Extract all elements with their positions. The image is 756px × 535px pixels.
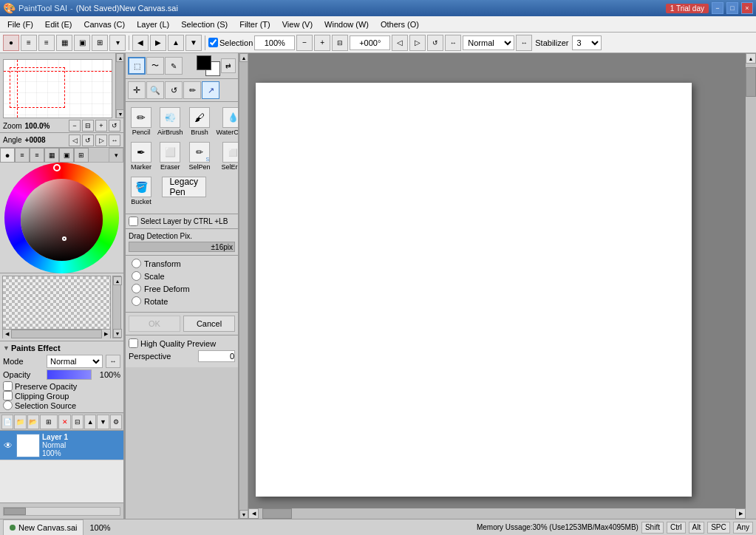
menu-window[interactable]: Window (W) bbox=[319, 18, 375, 30]
selpen-tool[interactable]: ✏S SelPen bbox=[187, 140, 213, 173]
blend-mode-select[interactable]: Normal bbox=[463, 35, 514, 50]
preserve-opacity-cb[interactable] bbox=[3, 381, 13, 391]
move-down-btn[interactable]: ▼ bbox=[97, 415, 109, 429]
spc-key-btn[interactable]: SPC bbox=[707, 522, 730, 534]
move-tool-btn[interactable]: ✛ bbox=[128, 81, 146, 99]
color-tab-rgb[interactable]: ≡ bbox=[30, 148, 44, 163]
high-quality-cb[interactable] bbox=[129, 338, 138, 348]
selection-source-radio[interactable] bbox=[3, 401, 13, 410]
paints-expand-icon[interactable]: ▼ bbox=[3, 344, 10, 352]
blend-mode-arrows[interactable]: ↔ bbox=[516, 35, 532, 51]
nav-right-btn[interactable]: ▶ bbox=[150, 35, 166, 51]
left-scroll-thumb[interactable] bbox=[4, 508, 26, 515]
color-tab-hsv[interactable]: ≡ bbox=[15, 148, 30, 163]
drag-detection-bar[interactable]: ±16pix bbox=[129, 242, 235, 252]
legacy-pen-tool[interactable]: LegacyPen bbox=[155, 174, 213, 208]
rotation-plus-btn[interactable]: ▷ bbox=[409, 35, 426, 51]
color-tab-extra[interactable]: ⊞ bbox=[74, 148, 89, 163]
delete-layer-btn[interactable]: ✕ bbox=[58, 415, 70, 429]
layer-item[interactable]: 👁 Layer 1 Normal 100% bbox=[0, 431, 123, 460]
color-swatch-btn[interactable]: ▣ bbox=[74, 35, 90, 51]
close-button[interactable]: × bbox=[741, 2, 753, 14]
selection-checkbox-label[interactable]: Selection bbox=[208, 38, 253, 47]
menu-edit[interactable]: Edit (E) bbox=[39, 18, 78, 30]
watercolor-tool[interactable]: 💧 WaterColor bbox=[214, 105, 239, 138]
layer-eye-icon[interactable]: 👁 bbox=[2, 440, 14, 451]
fg-color-swatch[interactable] bbox=[197, 55, 211, 70]
perspective-input[interactable] bbox=[198, 350, 235, 362]
color-dropper-btn[interactable]: ⊞ bbox=[92, 35, 108, 51]
zoom-plus-nav[interactable]: + bbox=[95, 120, 107, 132]
any-key-btn[interactable]: Any bbox=[733, 522, 753, 534]
canvas-scroll-left[interactable]: ◀ bbox=[248, 508, 259, 519]
layer-settings-btn[interactable]: ⚙ bbox=[110, 415, 122, 429]
menu-filter[interactable]: Filter (T) bbox=[234, 18, 276, 30]
thumb-scroll-up[interactable]: ▲ bbox=[113, 276, 122, 285]
scale-radio[interactable] bbox=[132, 271, 141, 281]
angle-reset-nav[interactable]: ↺ bbox=[82, 134, 94, 146]
angle-minus-nav[interactable]: ◁ bbox=[69, 134, 81, 146]
canvas-scroll-v-thumb[interactable] bbox=[746, 67, 756, 97]
color-palette-btn[interactable]: ▦ bbox=[56, 35, 72, 51]
color-rgb-btn[interactable]: ≡ bbox=[38, 35, 55, 51]
color-tab-dropdown[interactable]: ▾ bbox=[109, 148, 123, 163]
zoom-minus-btn[interactable]: − bbox=[296, 35, 313, 51]
selection-checkbox[interactable] bbox=[208, 38, 218, 47]
rotation-reset-btn[interactable]: ↺ bbox=[427, 35, 443, 51]
color-tab-swatches[interactable]: ▣ bbox=[59, 148, 74, 163]
thumb-scroll-down[interactable]: ▼ bbox=[113, 329, 122, 338]
color-tab-wheel[interactable]: ● bbox=[0, 148, 15, 163]
transform-radio[interactable] bbox=[132, 259, 141, 268]
bucket-tool[interactable]: 🪣 Bucket bbox=[129, 174, 154, 208]
angle-flip-nav[interactable]: ↔ bbox=[109, 134, 120, 146]
fit-canvas-btn[interactable]: ⊟ bbox=[332, 35, 348, 51]
zoom-fit-nav[interactable]: ⊟ bbox=[82, 120, 94, 132]
color-circle-btn[interactable]: ● bbox=[3, 35, 19, 51]
menu-canvas[interactable]: Canvas (C) bbox=[78, 18, 132, 30]
color-tab-palette[interactable]: ▦ bbox=[44, 148, 59, 163]
nav-scroll-down[interactable]: ▼ bbox=[116, 109, 123, 118]
menu-layer[interactable]: Layer (L) bbox=[131, 18, 175, 30]
ok-button[interactable]: OK bbox=[129, 316, 180, 332]
color-wheel-area[interactable] bbox=[0, 163, 123, 273]
canvas-scroll-up[interactable]: ▲ bbox=[746, 53, 756, 64]
free-deform-radio[interactable] bbox=[132, 284, 141, 293]
clipping-group-cb[interactable] bbox=[3, 391, 13, 401]
select-layer-checkbox[interactable] bbox=[129, 217, 138, 226]
maximize-button[interactable]: □ bbox=[726, 2, 738, 14]
rect-select-btn[interactable]: ⬚ bbox=[128, 57, 146, 75]
new-layer-btn[interactable]: 📄 bbox=[1, 415, 13, 429]
zoom-minus-nav[interactable]: − bbox=[69, 120, 81, 132]
canvas-scroll-right[interactable]: ▶ bbox=[735, 508, 746, 519]
lasso-select-btn[interactable]: 〜 bbox=[146, 57, 164, 75]
eraser-tool[interactable]: ⬜ Eraser bbox=[155, 140, 185, 173]
stabilizer-select[interactable]: 3 1 2 4 5 bbox=[572, 35, 602, 50]
minimize-button[interactable]: − bbox=[712, 2, 723, 14]
rotation-flip-btn[interactable]: ↔ bbox=[445, 35, 461, 51]
canvas-scroll-h-thumb[interactable] bbox=[262, 508, 292, 519]
menu-view[interactable]: View (V) bbox=[276, 18, 319, 30]
zoom-input[interactable] bbox=[254, 35, 295, 50]
nav-left-btn[interactable]: ◀ bbox=[132, 35, 149, 51]
pencil-tool[interactable]: ✏ Pencil bbox=[129, 105, 154, 138]
opacity-bar[interactable] bbox=[47, 369, 92, 380]
tool-scroll-down[interactable]: ▼ bbox=[239, 510, 248, 519]
cancel-button[interactable]: Cancel bbox=[183, 316, 235, 332]
nav-up-btn[interactable]: ▲ bbox=[168, 35, 184, 51]
seleras-tool[interactable]: ⬜S SelEras bbox=[214, 140, 239, 173]
ctrl-key-btn[interactable]: Ctrl bbox=[667, 522, 686, 534]
angle-plus-nav[interactable]: ▷ bbox=[95, 134, 107, 146]
toolbar-dropdown-btn[interactable]: ▾ bbox=[109, 35, 126, 51]
move-up-btn[interactable]: ▲ bbox=[84, 415, 96, 429]
menu-others[interactable]: Others (O) bbox=[375, 18, 425, 30]
airbrush-tool[interactable]: 💨 AirBrush bbox=[155, 105, 185, 138]
mode-arrows[interactable]: ↔ bbox=[106, 355, 120, 368]
menu-selection[interactable]: Selection (S) bbox=[175, 18, 234, 30]
canvas-area[interactable]: ▲ ▼ ◀ ▶ bbox=[248, 53, 756, 519]
new-linework-btn[interactable]: 📂 bbox=[27, 415, 39, 429]
zoom-plus-btn[interactable]: + bbox=[314, 35, 330, 51]
brush-tool-item[interactable]: 🖌 Brush bbox=[187, 105, 213, 138]
marker-tool[interactable]: ✒ Marker bbox=[129, 140, 154, 173]
rotate-radio[interactable] bbox=[132, 296, 141, 306]
zoom-reset-nav[interactable]: ↺ bbox=[109, 120, 120, 132]
